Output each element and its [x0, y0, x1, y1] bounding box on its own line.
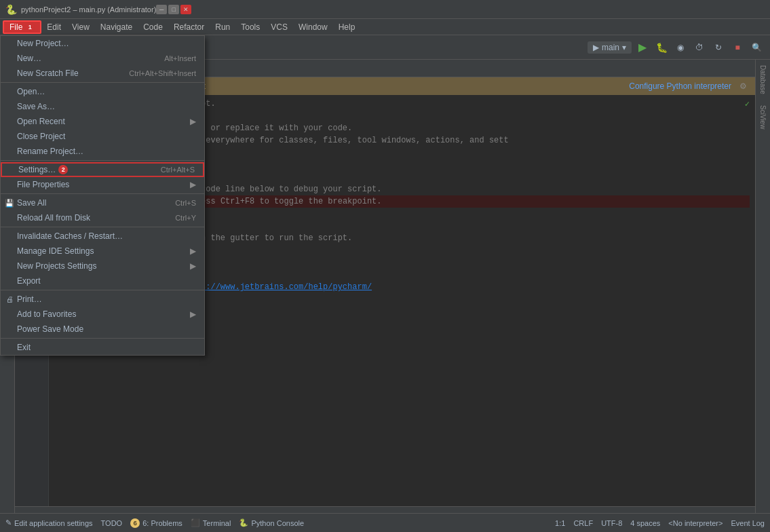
indent-label: 4 spaces — [630, 519, 660, 527]
menu-manage-ide[interactable]: Manage IDE Settings▶ — [1, 244, 204, 259]
problems-label: 6: Problems — [142, 519, 182, 527]
menu-power-save[interactable]: Power Save Mode — [1, 322, 204, 337]
interpreter-status[interactable]: <No interpreter> — [668, 519, 723, 527]
right-panel: Database SciView — [755, 60, 770, 513]
scview-panel[interactable]: SciView — [758, 100, 768, 134]
settings-label: Settings… — [18, 165, 56, 174]
run-config-icon: ▶ — [593, 43, 599, 52]
stop-button[interactable]: ■ — [729, 39, 746, 56]
profile-button[interactable]: ⏱ — [691, 39, 708, 56]
maximize-button[interactable]: □ — [168, 5, 179, 14]
event-log-button[interactable]: Event Log — [731, 519, 765, 527]
menu-refactor[interactable]: Refactor — [168, 20, 210, 34]
settings-badge: 2 — [58, 165, 68, 174]
menu-open[interactable]: Open… — [1, 84, 204, 99]
indent-setting[interactable]: 4 spaces — [630, 519, 660, 527]
status-bar: ✎ Edit application settings TODO 6 6: Pr… — [0, 513, 770, 532]
edit-settings-label: Edit application settings — [14, 519, 93, 527]
problems-button[interactable]: 6 6: Problems — [130, 518, 182, 528]
run-button[interactable]: ▶ — [634, 39, 651, 56]
todo-label: TODO — [101, 519, 123, 527]
run-config-arrow: ▾ — [622, 43, 626, 52]
window-controls: ─ □ ✕ — [156, 5, 191, 14]
line-ending[interactable]: CRLF — [573, 519, 593, 527]
menu-print[interactable]: 🖨 Print… — [1, 292, 204, 307]
separator-4 — [1, 227, 204, 227]
menu-save-all[interactable]: 💾 Save All Ctrl+S — [1, 195, 204, 210]
menu-open-recent[interactable]: Open Recent▶ — [1, 114, 204, 129]
menu-save-as[interactable]: Save As… — [1, 99, 204, 114]
line-ending-label: CRLF — [573, 519, 593, 527]
todo-button[interactable]: TODO — [101, 519, 123, 527]
configure-gear-icon[interactable]: ⚙ — [739, 81, 747, 91]
separator-1 — [1, 82, 204, 83]
cursor-position[interactable]: 1:1 — [555, 519, 565, 527]
pycharm-link[interactable]: https://www.jetbrains.com/help/pycharm/ — [181, 282, 372, 292]
menu-file[interactable]: File 1 — [3, 20, 41, 34]
menu-edit[interactable]: Edit — [41, 20, 66, 34]
python-console-button[interactable]: 🐍 Python Console — [239, 518, 304, 527]
menu-add-favorites[interactable]: Add to Favorites▶ — [1, 307, 204, 322]
toolbar-right: ▶ main ▾ ▶ 🐛 ◉ ⏱ ↻ ■ 🔍 — [588, 39, 765, 56]
menu-run[interactable]: Run — [210, 20, 235, 34]
position-label: 1:1 — [555, 519, 565, 527]
menu-invalidate-caches[interactable]: Invalidate Caches / Restart… — [1, 229, 204, 244]
print-icon: 🖨 — [5, 295, 14, 303]
menu-bar: File 1 Edit View Navigate Code Refactor … — [0, 19, 770, 35]
interpreter-label: <No interpreter> — [668, 519, 723, 527]
menu-reload[interactable]: Reload All from DiskCtrl+Y — [1, 210, 204, 225]
status-right: 1:1 CRLF UTF-8 4 spaces <No interpreter>… — [555, 519, 765, 527]
debug-button[interactable]: 🐛 — [653, 39, 670, 56]
file-badge: 1 — [25, 22, 35, 32]
menu-tools[interactable]: Tools — [235, 20, 265, 34]
edit-settings[interactable]: ✎ Edit application settings — [5, 518, 93, 527]
menu-exit[interactable]: Exit — [1, 340, 204, 355]
menu-settings[interactable]: Settings… 2 Ctrl+Alt+S — [1, 162, 204, 177]
horizontal-scrollbar[interactable] — [15, 506, 755, 513]
main-area: 7: Structure 2: Favorites New Project… N… — [0, 60, 770, 513]
event-log-label: Event Log — [731, 519, 765, 527]
terminal-button[interactable]: ⬛ Terminal — [191, 518, 231, 527]
edit-settings-icon: ✎ — [5, 518, 12, 527]
run-config-label: main — [602, 43, 619, 52]
separator-2 — [1, 160, 204, 161]
terminal-label: Terminal — [203, 519, 231, 527]
menu-new-projects-settings[interactable]: New Projects Settings▶ — [1, 259, 204, 273]
run-configuration[interactable]: ▶ main ▾ — [588, 41, 632, 54]
checkmark: ✓ — [745, 99, 750, 109]
menu-view[interactable]: View — [66, 20, 95, 34]
menu-new-project[interactable]: New Project… — [1, 36, 204, 51]
database-panel[interactable]: Database — [758, 60, 768, 100]
status-left: ✎ Edit application settings TODO 6 6: Pr… — [5, 518, 304, 528]
menu-rename-project[interactable]: Rename Project… — [1, 144, 204, 159]
separator-3 — [1, 193, 204, 194]
separator-6 — [1, 338, 204, 339]
problems-badge: 6 — [130, 518, 140, 528]
python-console-icon: 🐍 — [239, 518, 248, 527]
menu-export[interactable]: Export — [1, 273, 204, 288]
menu-help[interactable]: Help — [333, 20, 361, 34]
encoding[interactable]: UTF-8 — [601, 519, 622, 527]
file-menu-dropdown: New Project… New…Alt+Insert New Scratch … — [0, 35, 205, 356]
title-bar: 🐍 pythonProject2 – main.py (Administrato… — [0, 0, 770, 19]
menu-code[interactable]: Code — [138, 20, 168, 34]
menu-close-project[interactable]: Close Project — [1, 129, 204, 144]
app-icon: 🐍 — [5, 4, 17, 15]
menu-new[interactable]: New…Alt+Insert — [1, 51, 204, 66]
terminal-icon: ⬛ — [191, 518, 200, 527]
separator-5 — [1, 290, 204, 290]
menu-navigate[interactable]: Navigate — [95, 20, 138, 34]
update-button[interactable]: ↻ — [710, 39, 727, 56]
menu-new-scratch[interactable]: New Scratch FileCtrl+Alt+Shift+Insert — [1, 66, 204, 81]
close-button[interactable]: ✕ — [180, 5, 191, 14]
configure-link[interactable]: Configure Python interpreter — [629, 81, 731, 91]
search-button[interactable]: 🔍 — [748, 39, 765, 56]
menu-window[interactable]: Window — [293, 20, 333, 34]
menu-file-properties[interactable]: File Properties▶ — [1, 177, 204, 192]
minimize-button[interactable]: ─ — [156, 5, 167, 14]
run-icon: ▶ — [638, 41, 647, 54]
menu-vcs[interactable]: VCS — [265, 20, 293, 34]
coverage-button[interactable]: ◉ — [672, 39, 689, 56]
encoding-label: UTF-8 — [601, 519, 622, 527]
save-all-icon: 💾 — [5, 199, 14, 208]
